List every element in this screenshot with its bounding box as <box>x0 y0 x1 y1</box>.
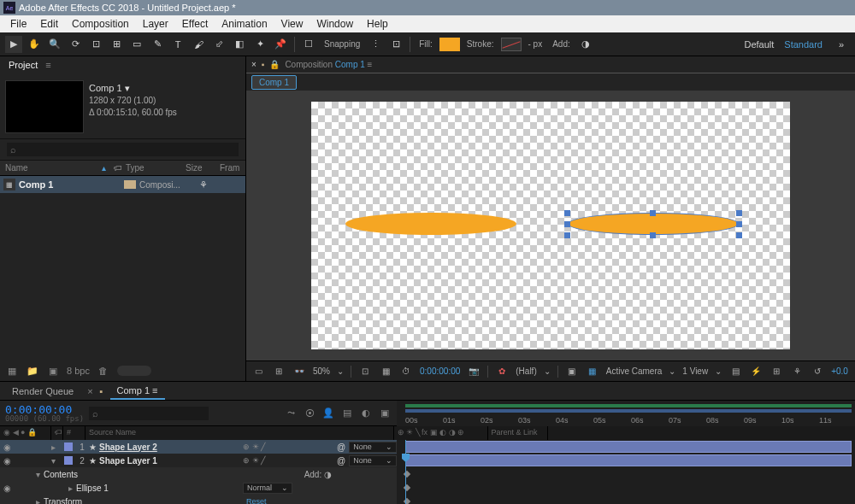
layer-name[interactable]: Shape Layer 1 <box>99 456 243 466</box>
rotate-tool-icon[interactable]: ⟳ <box>67 36 84 53</box>
roi-icon[interactable]: ▣ <box>565 365 579 378</box>
layer-transform-row[interactable]: ▸ Transform Reset <box>0 495 397 504</box>
fill-color-swatch[interactable] <box>439 38 460 51</box>
parent-col[interactable]: Parent & Link <box>488 426 548 440</box>
search-help-icon[interactable]: » <box>833 36 850 53</box>
ellipse-label[interactable]: Ellipse 1 <box>76 483 243 493</box>
exposure-value[interactable]: +0.0 <box>831 366 848 376</box>
layer-ellipse-row[interactable]: ◉ ▸ Ellipse 1 Normal⌄ <box>0 481 397 495</box>
fast-preview-icon[interactable]: ⚡ <box>749 365 763 378</box>
panel-menu-icon[interactable]: ≡ <box>152 385 157 396</box>
menu-layer[interactable]: Layer <box>136 18 175 30</box>
project-slider[interactable] <box>117 366 151 376</box>
current-time[interactable]: 0:00:00:00 <box>420 366 460 376</box>
menu-help[interactable]: Help <box>360 18 395 30</box>
bpc-label[interactable]: 8 bpc <box>67 366 90 376</box>
add-menu-icon[interactable]: ◑ <box>324 470 332 479</box>
layer-label-swatch[interactable] <box>64 456 73 465</box>
eraser-tool-icon[interactable]: ◧ <box>231 36 248 53</box>
shape-tool-icon[interactable]: ▭ <box>128 36 145 53</box>
menu-window[interactable]: Window <box>310 18 360 30</box>
dropdown-arrow-icon[interactable]: ⌄ <box>337 366 344 376</box>
res-auto-icon[interactable]: ⊡ <box>358 365 372 378</box>
frame-blend-icon[interactable]: ▤ <box>340 407 354 420</box>
zoom-tool-icon[interactable]: 🔍 <box>46 36 63 53</box>
snapping-opt-icon[interactable]: ⋮ <box>367 36 384 53</box>
transparency-grid-icon[interactable]: ▦ <box>586 365 599 378</box>
shape-ellipse-1[interactable] <box>345 213 516 235</box>
work-area-bar[interactable] <box>405 404 852 407</box>
motion-blur-icon[interactable]: ◐ <box>359 407 373 420</box>
composition-canvas[interactable] <box>311 102 790 349</box>
sort-indicator-icon[interactable]: ▴ <box>97 163 109 173</box>
snapping-checkbox[interactable]: ☐ <box>300 36 317 53</box>
selection-tool-icon[interactable]: ▶ <box>5 36 22 53</box>
roto-tool-icon[interactable]: ✦ <box>251 36 268 53</box>
lock-icon[interactable]: 🔒 <box>269 60 280 69</box>
snapshot-icon[interactable]: 📷 <box>467 365 481 378</box>
selection-handle[interactable] <box>736 221 742 227</box>
index-col[interactable]: # <box>63 426 86 440</box>
channel-icon[interactable]: ✿ <box>495 365 509 378</box>
layer-row-2[interactable]: ◉ ▾ 2 ★ Shape Layer 1 ⊕ ☀ ╱ @ None⌄ <box>0 454 397 467</box>
stroke-color-swatch[interactable] <box>501 38 522 51</box>
layer-duration-bar-1[interactable] <box>405 441 852 453</box>
mask-toggle-icon[interactable]: ▭ <box>251 365 265 378</box>
time-navigator-bar[interactable] <box>405 409 852 413</box>
layer-row-1[interactable]: ◉ ▸ 1 ★ Shape Layer 2 ⊕ ☀ ╱ @ None⌄ <box>0 440 397 454</box>
project-item-row[interactable]: ▦ Comp 1 Composi... ⚘ <box>0 176 245 193</box>
video-toggle-icon[interactable]: ◉ <box>2 442 12 452</box>
transparency-icon[interactable]: ▦ <box>379 365 392 378</box>
flowchart-icon[interactable]: ⚘ <box>199 179 242 190</box>
label-swatch[interactable] <box>124 180 136 189</box>
time-ruler[interactable]: 00s 01s 02s 03s 04s 05s 06s 07s 08s 09s … <box>397 401 855 426</box>
panel-menu-icon[interactable]: ≡ <box>368 60 373 69</box>
timeline-search-input[interactable] <box>89 407 209 420</box>
col-type[interactable]: Type <box>121 163 180 173</box>
reset-link[interactable]: Reset <box>243 496 292 505</box>
pan-behind-tool-icon[interactable]: ⊞ <box>108 36 125 53</box>
resolution-dropdown[interactable]: (Half) <box>516 366 536 376</box>
viewer-area[interactable] <box>246 91 855 360</box>
selection-handle[interactable] <box>650 232 656 238</box>
layer-name[interactable]: Shape Layer 2 <box>99 442 243 452</box>
col-name[interactable]: Name <box>0 163 97 173</box>
tab-render-queue[interactable]: Render Queue <box>5 384 80 399</box>
zoom-dropdown[interactable]: 50% <box>313 366 330 376</box>
parent-dropdown[interactable]: None⌄ <box>349 442 397 453</box>
add-menu-icon[interactable]: ◑ <box>577 36 594 53</box>
menu-edit[interactable]: Edit <box>33 18 65 30</box>
snapping-opt2-icon[interactable]: ⊡ <box>387 36 404 53</box>
disclosure-icon[interactable]: ▸ <box>51 442 62 452</box>
new-folder-icon[interactable]: 📁 <box>26 364 39 378</box>
crumb-link[interactable]: Comp 1 <box>335 60 365 69</box>
3d-toggle-icon[interactable]: 👓 <box>292 365 306 378</box>
blend-mode-dropdown[interactable]: Normal⌄ <box>243 483 292 494</box>
disclosure-icon[interactable]: ▸ <box>68 483 73 493</box>
dropdown-arrow-icon[interactable]: ⌄ <box>715 366 722 376</box>
delete-icon[interactable]: 🗑 <box>97 364 110 378</box>
new-comp-icon[interactable]: ▣ <box>46 364 60 378</box>
clone-tool-icon[interactable]: ⬃ <box>210 36 227 53</box>
default-label[interactable]: Default <box>744 39 774 50</box>
layer-contents-row[interactable]: ▾ Contents Add: ◑ <box>0 467 397 481</box>
tab-comp[interactable]: Comp 1 ≡ <box>110 383 165 400</box>
interpret-footage-icon[interactable]: ▦ <box>5 364 19 378</box>
workspace-dropdown[interactable]: Standard <box>784 39 823 50</box>
reset-exposure-icon[interactable]: ↺ <box>811 365 824 378</box>
menu-file[interactable]: File <box>3 18 33 30</box>
puppet-tool-icon[interactable]: 📌 <box>272 36 289 53</box>
playhead[interactable] <box>405 440 406 504</box>
menu-effect[interactable]: Effect <box>175 18 215 30</box>
layer-duration-bar-2[interactable] <box>405 454 852 466</box>
pixel-aspect-icon[interactable]: ▤ <box>728 365 742 378</box>
pickwhip-icon[interactable]: @ <box>337 456 345 466</box>
selection-handle[interactable] <box>736 210 742 216</box>
layer-label-swatch[interactable] <box>64 442 73 451</box>
timeline-ruler-area[interactable]: 00s 01s 02s 03s 04s 05s 06s 07s 08s 09s … <box>397 401 855 425</box>
draft-3d-icon[interactable]: ⦿ <box>303 407 316 420</box>
hand-tool-icon[interactable]: ✋ <box>26 36 43 53</box>
disclosure-icon[interactable]: ▾ <box>36 470 40 479</box>
comp-thumbnail[interactable] <box>5 80 84 133</box>
selection-handle[interactable] <box>564 232 570 238</box>
